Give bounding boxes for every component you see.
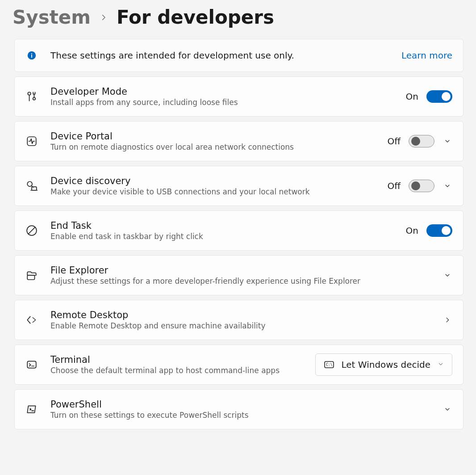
svg-rect-6	[32, 187, 37, 190]
chevron-down-icon[interactable]	[443, 181, 452, 191]
info-icon	[25, 49, 38, 62]
chevron-down-icon[interactable]	[443, 136, 452, 146]
developer-mode-toggle[interactable]	[426, 90, 452, 103]
setting-desc: Adjust these settings for a more develop…	[50, 277, 430, 286]
setting-title: Device discovery	[50, 176, 375, 186]
setting-desc: Enable Remote Desktop and ensure machine…	[50, 321, 430, 330]
learn-more-link[interactable]: Learn more	[401, 50, 452, 61]
cmd-icon: C:\	[324, 359, 334, 370]
chevron-right-icon[interactable]	[443, 315, 452, 325]
remote-desktop-icon	[25, 314, 38, 326]
breadcrumb: System For developers	[13, 6, 465, 28]
setting-title: PowerShell	[50, 399, 430, 410]
toggle-label: Off	[387, 181, 401, 191]
setting-device-discovery[interactable]: Device discovery Make your device visibl…	[14, 166, 463, 206]
toggle-label: On	[406, 225, 418, 236]
svg-text:C:\: C:\	[326, 363, 333, 367]
chevron-right-icon	[100, 13, 108, 21]
setting-remote-desktop[interactable]: Remote Desktop Enable Remote Desktop and…	[14, 300, 463, 340]
setting-desc: Install apps from any source, including …	[50, 98, 393, 107]
setting-developer-mode: Developer Mode Install apps from any sou…	[14, 76, 463, 117]
device-discovery-icon	[25, 180, 38, 192]
setting-title: File Explorer	[50, 265, 430, 276]
svg-point-2	[31, 53, 32, 54]
setting-desc: Turn on these settings to execute PowerS…	[50, 411, 430, 420]
setting-title: Device Portal	[50, 131, 375, 142]
svg-rect-10	[27, 275, 34, 280]
setting-desc: Choose the default terminal app to host …	[50, 366, 303, 375]
setting-desc: Turn on remote diagnostics over local ar…	[50, 143, 375, 151]
chevron-down-icon[interactable]	[443, 404, 452, 414]
chevron-down-icon[interactable]	[443, 270, 452, 280]
developer-tools-icon	[25, 90, 38, 103]
setting-title: Developer Mode	[50, 86, 393, 97]
terminal-icon	[25, 358, 38, 371]
setting-title: Remote Desktop	[50, 310, 430, 320]
svg-rect-11	[27, 361, 36, 368]
setting-terminal: Terminal Choose the default terminal app…	[14, 345, 463, 385]
activity-icon	[25, 135, 38, 147]
setting-device-portal[interactable]: Device Portal Turn on remote diagnostics…	[14, 121, 463, 161]
setting-file-explorer[interactable]: File Explorer Adjust these settings for …	[14, 255, 463, 295]
svg-line-9	[28, 227, 35, 234]
info-banner: These settings are intended for developm…	[14, 39, 463, 72]
end-task-icon	[25, 224, 38, 237]
toggle-label: On	[406, 91, 418, 102]
breadcrumb-parent[interactable]: System	[13, 6, 91, 28]
file-explorer-icon	[25, 269, 38, 282]
powershell-icon	[25, 403, 38, 416]
setting-desc: Make your device visible to USB connecti…	[50, 187, 375, 196]
terminal-default-dropdown[interactable]: C:\ Let Windows decide	[315, 353, 452, 376]
setting-title: Terminal	[50, 354, 303, 365]
page-title: For developers	[117, 6, 274, 28]
info-message: These settings are intended for developm…	[50, 50, 389, 61]
setting-powershell[interactable]: PowerShell Turn on these settings to exe…	[14, 389, 463, 429]
chevron-down-icon	[438, 361, 444, 369]
dropdown-selected-label: Let Windows decide	[342, 359, 430, 370]
setting-end-task: End Task Enable end task in taskbar by r…	[14, 210, 463, 251]
setting-title: End Task	[50, 220, 393, 231]
end-task-toggle[interactable]	[426, 224, 452, 237]
device-discovery-toggle[interactable]	[409, 180, 434, 192]
toggle-label: Off	[387, 136, 401, 147]
device-portal-toggle[interactable]	[409, 135, 434, 147]
setting-desc: Enable end task in taskbar by right clic…	[50, 232, 393, 241]
